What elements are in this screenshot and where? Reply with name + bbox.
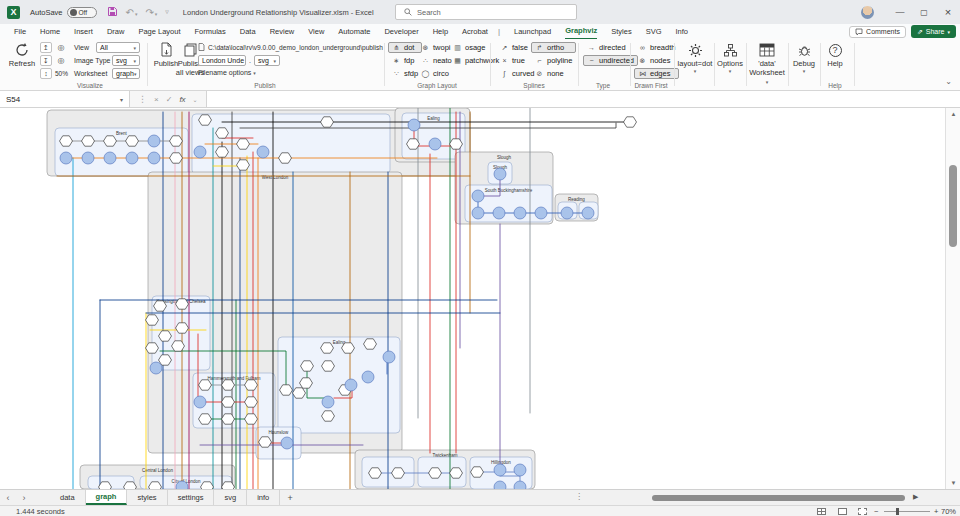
ribbon-tab-automate[interactable]: Automate (338, 25, 370, 39)
view-select[interactable]: All▾ (96, 42, 140, 53)
filename-field[interactable]: London Unde (198, 55, 246, 66)
ribbon-tab-svg[interactable]: SVG (646, 25, 662, 39)
excel-logo-icon: X (7, 6, 20, 19)
graph-node-ellipse (383, 351, 395, 363)
enter-icon[interactable]: ✓ (166, 95, 173, 104)
sheet-tab-data[interactable]: data (50, 490, 86, 505)
zoom-fit-icon[interactable]: ◎ (55, 42, 67, 53)
avatar[interactable] (861, 6, 874, 19)
zoom-in-icon[interactable]: + (934, 507, 938, 516)
ribbon-tab-graphviz[interactable]: Graphviz (565, 24, 597, 40)
minimize-button[interactable]: — (888, 0, 912, 24)
ribbon-tab-home[interactable]: Home (40, 25, 60, 39)
ribbon-tab-data[interactable]: Data (240, 25, 256, 39)
ribbon-tab-acrobat[interactable]: Acrobat (462, 25, 488, 39)
name-box-dropdown-icon[interactable]: ▾ (120, 96, 123, 103)
layout-dot-button[interactable]: layout=dot ▾ (676, 41, 714, 74)
scroll-right-icon[interactable]: ▶ (913, 493, 918, 501)
gear-icon (676, 41, 714, 59)
edges-label: edges (650, 69, 670, 78)
option-edges[interactable]: ⋈edges (634, 68, 679, 79)
zoom-slider[interactable] (884, 511, 930, 512)
restore-button[interactable]: ▢ (912, 0, 936, 24)
page-layout-view-icon[interactable] (838, 508, 847, 515)
normal-view-icon[interactable] (817, 508, 826, 515)
insert-function-icon[interactable]: fx (179, 95, 185, 104)
circo-icon: ◯ (421, 70, 430, 78)
ribbon-tab-help[interactable]: Help (433, 25, 448, 39)
zoom-center-icon[interactable]: ◎ (55, 55, 67, 66)
visualize-tool-icon-0[interactable]: ↥ (40, 42, 52, 53)
sheet-tab-graph[interactable]: graph (86, 490, 128, 505)
vertical-scroll-thumb[interactable] (949, 165, 957, 247)
ribbon-tab-info[interactable]: Info (676, 25, 689, 39)
search-box[interactable]: Search (395, 4, 577, 20)
extension-select[interactable]: svg▾ (254, 55, 280, 66)
vertical-scrollbar[interactable]: ▲ ▼ (945, 108, 960, 489)
sheet-tab-info[interactable]: info (247, 490, 280, 505)
graph-node-hexagon (245, 414, 258, 424)
sheet-tab-svg[interactable]: svg (214, 490, 247, 505)
filename-options-dropdown[interactable]: Filename options▾ (198, 69, 256, 76)
collapse-ribbon-icon[interactable]: ⌄ (945, 77, 952, 86)
help-button[interactable]: ? Help (822, 41, 848, 68)
visualize-tool-icon-1[interactable]: ↧ (40, 55, 52, 66)
horizontal-scroll-thumb[interactable] (652, 495, 905, 501)
comments-button[interactable]: Comments (849, 26, 906, 38)
zoom-slider-thumb[interactable] (896, 508, 899, 515)
ribbon-tab-launchpad[interactable]: Launchpad (514, 25, 551, 39)
sheet-tab-styles[interactable]: styles (127, 490, 167, 505)
customize-quick-access-icon[interactable]: ▿ (165, 8, 169, 16)
refresh-icon (4, 41, 40, 59)
scroll-up-icon[interactable]: ▲ (946, 108, 960, 120)
ribbon-tab-formulas[interactable]: Formulas (195, 25, 226, 39)
ribbon-tab-styles[interactable]: Styles (611, 25, 631, 39)
page-break-view-icon[interactable] (858, 508, 867, 515)
formula-input[interactable] (207, 91, 960, 107)
ribbon-tab-insert[interactable]: Insert (74, 25, 93, 39)
save-icon[interactable] (107, 6, 118, 19)
ribbon-tab-review[interactable]: Review (270, 25, 295, 39)
ribbon-tab-file[interactable]: File (14, 25, 26, 39)
graph-node-ellipse (148, 152, 160, 164)
visualize-tool-icon-2[interactable]: ↕ (40, 68, 52, 79)
option-nodes[interactable]: ⊗nodes (634, 55, 679, 66)
option-ortho[interactable]: ↱ortho (531, 42, 576, 53)
sheet-nav-right-icon[interactable]: › (16, 490, 32, 505)
option-breadth[interactable]: ∞breadth (634, 42, 679, 53)
option-circo[interactable]: ◯circo (417, 68, 456, 79)
option-none[interactable]: ⊘none (531, 68, 576, 79)
image-type-select[interactable]: svg▾ (112, 55, 140, 66)
option-polyline[interactable]: ⌐polyline (531, 55, 576, 66)
sheet-tab-settings[interactable]: settings (168, 490, 215, 505)
close-button[interactable]: × (936, 0, 960, 24)
formula-bar-handle-icon[interactable]: ⋮ (138, 94, 147, 104)
graph-node-hexagon (146, 315, 159, 325)
scroll-down-icon[interactable]: ▼ (946, 477, 960, 489)
worksheet-select[interactable]: graph▾ (112, 68, 140, 79)
ribbon-tab-draw[interactable]: Draw (107, 25, 125, 39)
undo-icon[interactable]: ↶▾ (126, 7, 138, 18)
share-button[interactable]: ⇗ Share ▾ (911, 25, 956, 38)
help-group-label: Help (818, 82, 852, 89)
ribbon-tab-view[interactable]: View (308, 25, 324, 39)
refresh-button[interactable]: Refresh (4, 41, 40, 68)
zoom-out-icon[interactable]: − (874, 507, 878, 516)
cancel-icon[interactable]: × (154, 95, 159, 104)
graph-node-hexagon (222, 380, 235, 390)
formula-expand-icon[interactable]: ⌄ (193, 96, 198, 103)
ribbon-tab-developer[interactable]: Developer (384, 25, 418, 39)
graph-node-ellipse (150, 362, 162, 374)
debug-button[interactable]: Debug ▾ (790, 41, 818, 74)
graph-node-hexagon (471, 467, 484, 477)
ribbon-tab-page-layout[interactable]: Page Layout (138, 25, 180, 39)
autosave-toggle[interactable]: Off (67, 7, 97, 18)
redo-icon[interactable]: ↷▾ (145, 7, 157, 18)
name-box[interactable]: S54 ▾ (0, 91, 130, 107)
data-worksheet-button[interactable]: 'data' Worksheet ▾ (748, 41, 786, 86)
tab-splitter-icon[interactable]: ⋮ (575, 492, 583, 501)
sheet-nav-left-icon[interactable]: ‹ (0, 490, 16, 505)
options-button[interactable]: Options ▾ (716, 41, 744, 74)
new-sheet-button[interactable]: + (280, 490, 300, 505)
undirected-label: undirected (599, 56, 634, 65)
